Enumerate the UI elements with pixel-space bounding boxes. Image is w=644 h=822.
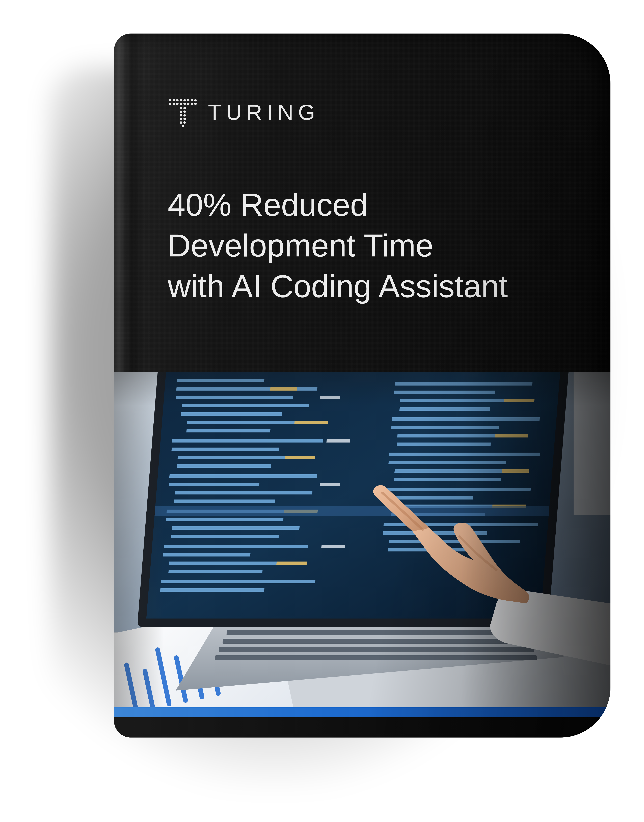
- svg-rect-46: [182, 404, 310, 407]
- svg-rect-57: [174, 499, 275, 503]
- title-line-2: Development Time: [168, 225, 567, 266]
- svg-rect-61: [171, 535, 279, 538]
- svg-point-14: [191, 103, 193, 105]
- svg-rect-43: [177, 379, 264, 382]
- cover-bottom-band: [114, 717, 610, 738]
- svg-rect-102: [573, 372, 610, 514]
- svg-point-1: [173, 99, 175, 101]
- svg-point-10: [176, 103, 178, 105]
- svg-rect-49: [186, 429, 270, 432]
- svg-point-9: [173, 103, 175, 105]
- svg-point-22: [180, 118, 182, 120]
- svg-rect-69: [294, 421, 328, 424]
- svg-point-16: [180, 107, 182, 109]
- svg-rect-47: [181, 412, 282, 416]
- svg-point-17: [184, 107, 186, 109]
- svg-rect-50: [172, 439, 324, 442]
- svg-rect-90: [386, 496, 473, 499]
- svg-rect-98: [495, 434, 529, 438]
- svg-point-25: [184, 121, 186, 124]
- svg-rect-56: [175, 491, 313, 494]
- svg-rect-76: [321, 545, 345, 548]
- svg-point-18: [180, 110, 182, 113]
- title-line-1: 40% Reduced: [168, 184, 567, 225]
- svg-point-20: [180, 114, 182, 116]
- svg-point-26: [182, 125, 184, 127]
- svg-rect-55: [169, 483, 260, 486]
- svg-point-0: [169, 99, 171, 101]
- title-line-3: with AI Coding Assistant: [168, 266, 567, 306]
- svg-point-19: [184, 110, 186, 113]
- svg-rect-86: [388, 461, 506, 464]
- svg-point-2: [176, 99, 178, 101]
- cover-title: 40% Reduced Development Time with AI Cod…: [168, 184, 567, 307]
- svg-rect-39: [219, 647, 534, 652]
- svg-rect-54: [169, 475, 317, 478]
- svg-rect-45: [176, 396, 293, 399]
- book-cover: TURING 40% Reduced Development Time with…: [114, 34, 610, 738]
- brand-name: TURING: [208, 100, 320, 125]
- svg-rect-66: [161, 580, 316, 583]
- svg-rect-95: [389, 540, 520, 543]
- svg-rect-99: [502, 469, 529, 473]
- turing-logo-icon: [168, 97, 198, 127]
- cover-photo: [114, 372, 610, 707]
- svg-point-15: [194, 103, 196, 105]
- svg-rect-81: [392, 417, 540, 421]
- accent-bar: [114, 707, 610, 717]
- svg-point-8: [169, 103, 171, 105]
- svg-point-23: [184, 118, 186, 120]
- svg-point-21: [184, 114, 186, 116]
- svg-point-24: [180, 121, 182, 124]
- svg-point-6: [191, 99, 193, 101]
- svg-point-4: [184, 99, 186, 101]
- svg-rect-97: [504, 399, 535, 402]
- svg-rect-65: [169, 570, 263, 573]
- svg-rect-72: [276, 562, 307, 565]
- svg-point-11: [180, 103, 182, 105]
- page: TURING 40% Reduced Development Time with…: [0, 0, 644, 822]
- svg-point-12: [184, 103, 186, 105]
- svg-point-13: [187, 103, 189, 105]
- svg-rect-84: [397, 442, 491, 446]
- svg-rect-70: [285, 456, 315, 459]
- svg-rect-85: [389, 453, 540, 456]
- svg-rect-88: [394, 478, 501, 481]
- svg-rect-80: [399, 407, 491, 411]
- svg-rect-101: [155, 506, 549, 516]
- svg-rect-78: [394, 390, 495, 394]
- svg-rect-89: [386, 488, 531, 491]
- svg-rect-63: [163, 553, 251, 557]
- brand-logo: TURING: [168, 97, 320, 127]
- svg-rect-40: [215, 655, 537, 660]
- svg-rect-73: [320, 396, 340, 399]
- svg-point-3: [180, 99, 182, 101]
- svg-rect-37: [226, 630, 529, 635]
- svg-rect-53: [177, 464, 271, 468]
- svg-rect-62: [164, 545, 308, 548]
- svg-rect-82: [391, 426, 499, 429]
- svg-rect-38: [222, 638, 532, 644]
- svg-rect-74: [327, 439, 350, 442]
- svg-rect-51: [172, 447, 279, 451]
- svg-rect-59: [166, 518, 284, 521]
- svg-rect-60: [172, 526, 300, 530]
- svg-point-5: [187, 99, 189, 101]
- svg-rect-68: [270, 387, 297, 390]
- svg-rect-67: [160, 588, 264, 592]
- svg-rect-77: [395, 382, 533, 386]
- svg-point-7: [194, 99, 196, 101]
- svg-rect-75: [320, 483, 340, 486]
- laptop-code-photo: [114, 372, 610, 707]
